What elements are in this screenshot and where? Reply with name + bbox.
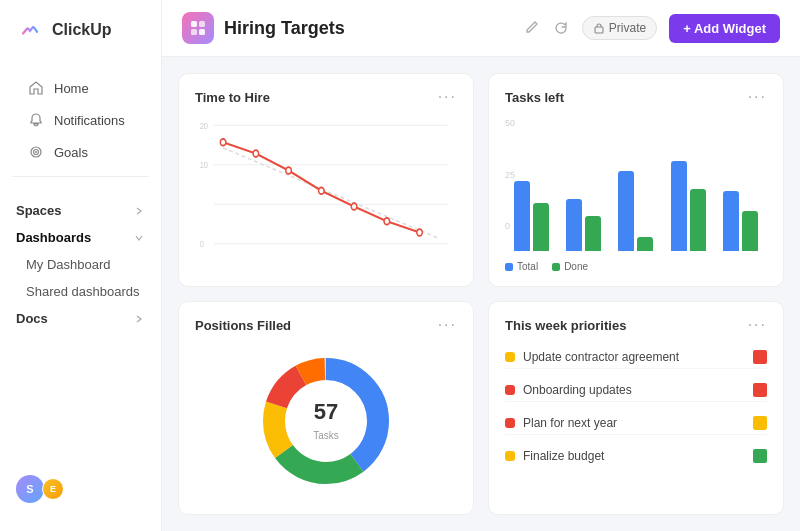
lock-icon xyxy=(593,22,605,34)
sidebar-item-goals[interactable]: Goals xyxy=(12,136,149,168)
bar-total-2 xyxy=(566,199,582,251)
priority-item-4: Finalize budget xyxy=(505,445,767,467)
priority-list: Update contractor agreement Onboarding u… xyxy=(505,342,767,500)
widget-time-to-hire: Time to Hire ··· 20 10 0 xyxy=(178,73,474,287)
svg-point-21 xyxy=(351,203,357,210)
header-right: Private + Add Widget xyxy=(522,14,780,43)
svg-text:20: 20 xyxy=(200,120,209,131)
widget-priorities-title: This week priorities xyxy=(505,318,626,333)
svg-point-19 xyxy=(286,167,292,174)
line-chart-svg: 20 10 0 xyxy=(195,114,457,272)
page-icon xyxy=(182,12,214,44)
page-title: Hiring Targets xyxy=(224,18,345,39)
main-content: Hiring Targets Private + Add Widget xyxy=(162,0,800,531)
widget-priorities: This week priorities ··· Update contract… xyxy=(488,301,784,515)
bar-chart-area: 50 25 0 xyxy=(505,114,767,255)
bar-group-3 xyxy=(618,171,653,251)
priority-dot-1 xyxy=(505,352,515,362)
nav-main: Home Notifications Goals xyxy=(0,72,161,168)
priority-item-3: Plan for next year xyxy=(505,412,767,435)
logo-area: ClickUp xyxy=(0,16,161,60)
widget-time-to-hire-menu[interactable]: ··· xyxy=(438,88,457,106)
chevron-right-icon xyxy=(133,205,145,217)
bar-chart-legend: Total Done xyxy=(505,261,767,272)
sidebar-bottom: S E xyxy=(0,463,161,515)
svg-point-22 xyxy=(384,218,390,225)
home-icon xyxy=(28,80,44,96)
bar-group-4 xyxy=(671,161,706,251)
bar-done-2 xyxy=(585,216,601,251)
bar-group-5 xyxy=(723,191,758,251)
sidebar-item-docs[interactable]: Docs xyxy=(6,305,155,332)
y-label-25: 25 xyxy=(505,170,515,180)
sidebar-item-home[interactable]: Home xyxy=(12,72,149,104)
chevron-down-icon xyxy=(133,232,145,244)
priority-flag-1 xyxy=(753,350,767,364)
chevron-right-docs-icon xyxy=(133,313,145,325)
widget-priorities-header: This week priorities ··· xyxy=(505,316,767,334)
widget-priorities-menu[interactable]: ··· xyxy=(748,316,767,334)
svg-point-18 xyxy=(253,150,259,157)
bar-total-3 xyxy=(618,171,634,251)
bar-done-3 xyxy=(637,237,653,251)
legend-total: Total xyxy=(505,261,538,272)
sidebar: ClickUp Home Notifications Goals Spa xyxy=(0,0,162,531)
svg-rect-4 xyxy=(191,21,197,27)
bar-group-1 xyxy=(514,181,549,251)
svg-point-3 xyxy=(35,151,37,153)
widget-positions-filled-title: Positions Filled xyxy=(195,318,291,333)
svg-point-20 xyxy=(319,187,325,194)
avatar-primary: S xyxy=(16,475,44,503)
refresh-icon[interactable] xyxy=(552,19,570,37)
clickup-logo-icon xyxy=(16,16,44,44)
spaces-label: Spaces xyxy=(16,203,62,218)
bar-total-4 xyxy=(671,161,687,251)
svg-rect-8 xyxy=(595,27,603,33)
bar-total-5 xyxy=(723,191,739,251)
widget-tasks-left-title: Tasks left xyxy=(505,90,564,105)
widget-time-to-hire-title: Time to Hire xyxy=(195,90,270,105)
sidebar-item-notifications-label: Notifications xyxy=(54,113,125,128)
svg-text:10: 10 xyxy=(200,159,209,170)
shared-dashboards-label: Shared dashboards xyxy=(26,284,139,299)
bar-done-4 xyxy=(690,189,706,251)
donut-label: Tasks xyxy=(313,430,339,441)
header-left: Hiring Targets xyxy=(182,12,345,44)
bar-done-1 xyxy=(533,203,549,251)
widget-positions-filled-menu[interactable]: ··· xyxy=(438,316,457,334)
priority-item-1: Update contractor agreement xyxy=(505,346,767,369)
legend-total-label: Total xyxy=(517,261,538,272)
priority-text-1: Update contractor agreement xyxy=(523,350,679,364)
sidebar-item-notifications[interactable]: Notifications xyxy=(12,104,149,136)
sidebar-item-shared-dashboards[interactable]: Shared dashboards xyxy=(6,278,155,305)
priority-item-2: Onboarding updates xyxy=(505,379,767,402)
svg-rect-6 xyxy=(191,29,197,35)
time-to-hire-chart: 20 10 0 xyxy=(195,114,457,272)
add-widget-button[interactable]: + Add Widget xyxy=(669,14,780,43)
page-header: Hiring Targets Private + Add Widget xyxy=(162,0,800,57)
svg-point-17 xyxy=(220,139,226,146)
donut-number: 57 xyxy=(313,399,339,425)
svg-line-16 xyxy=(223,148,438,238)
bell-icon xyxy=(28,112,44,128)
nav-divider-1 xyxy=(12,176,149,177)
sidebar-item-my-dashboard[interactable]: My Dashboard xyxy=(6,251,155,278)
legend-total-dot xyxy=(505,263,513,271)
sidebar-item-spaces[interactable]: Spaces xyxy=(6,197,155,224)
widget-tasks-left-menu[interactable]: ··· xyxy=(748,88,767,106)
priority-flag-4 xyxy=(753,449,767,463)
svg-point-23 xyxy=(417,229,423,236)
donut-wrapper: 57 Tasks xyxy=(256,351,396,491)
sidebar-item-home-label: Home xyxy=(54,81,89,96)
my-dashboard-label: My Dashboard xyxy=(26,257,111,272)
svg-text:0: 0 xyxy=(200,238,205,249)
svg-rect-7 xyxy=(199,29,205,35)
sidebar-item-dashboards[interactable]: Dashboards xyxy=(6,224,155,251)
widget-tasks-left-header: Tasks left ··· xyxy=(505,88,767,106)
edit-icon[interactable] xyxy=(522,19,540,37)
donut-center: 57 Tasks xyxy=(313,399,339,443)
priority-dot-2 xyxy=(505,385,515,395)
svg-rect-5 xyxy=(199,21,205,27)
legend-done-dot xyxy=(552,263,560,271)
target-icon xyxy=(28,144,44,160)
